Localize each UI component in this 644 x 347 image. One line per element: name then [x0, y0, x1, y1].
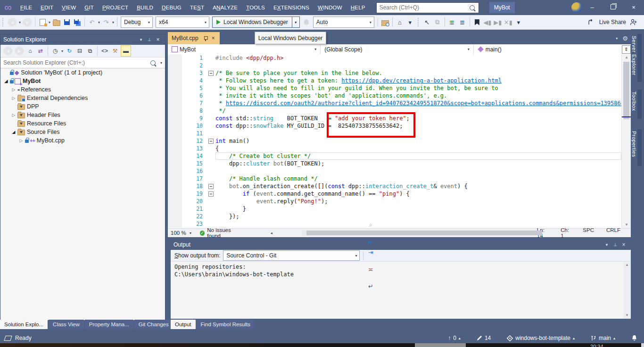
zoom-dropdown[interactable]: 100 %▾ — [169, 229, 192, 237]
solution-explorer-search-input[interactable] — [0, 59, 150, 66]
next-message-icon[interactable]: ⇥ — [366, 247, 375, 257]
collapse-box-icon[interactable] — [208, 191, 214, 197]
menu-debug[interactable]: DEBUG — [157, 5, 186, 10]
navigate-home-icon[interactable]: ⌂ — [395, 17, 405, 27]
split-editor-handle[interactable]: ⇕ — [622, 45, 631, 54]
hot-reload-icon[interactable] — [302, 17, 311, 27]
breakpoint-margin[interactable] — [168, 190, 182, 198]
nav-forward-icon[interactable]: ▸ — [23, 18, 32, 26]
overflow-icon[interactable]: ▾ — [405, 17, 415, 27]
undo-icon-caret[interactable]: ▾ — [97, 20, 101, 25]
forward-icon[interactable]: ▸ — [15, 47, 24, 55]
code-line-18[interactable]: 18 bot.on_interaction_create([](const dp… — [168, 182, 621, 190]
side-tab-toolbox[interactable]: Toolbox — [631, 90, 644, 119]
decrease-indent-icon[interactable]: ≣ — [447, 17, 457, 27]
breakpoint-margin[interactable] — [168, 152, 182, 160]
breakpoint-margin[interactable] — [168, 54, 182, 62]
view-code-icon[interactable]: <> — [100, 46, 109, 56]
code-line-2[interactable]: 2 — [168, 62, 621, 69]
tool-tab-find-symbol-results[interactable]: Find Symbol Results — [197, 320, 255, 329]
breakpoint-margin[interactable] — [168, 107, 182, 115]
unsaved-changes-button[interactable]: 14 — [477, 335, 491, 341]
pending-changes-filter-icon[interactable]: ◷ — [50, 46, 60, 56]
scroll-up-icon[interactable]: ▲ — [622, 54, 631, 61]
expander-icon[interactable]: ▷ — [10, 113, 17, 117]
new-file-icon[interactable] — [38, 17, 47, 27]
menu-window[interactable]: WINDOW — [314, 5, 347, 10]
menu-extensions[interactable]: EXTENSIONS — [269, 5, 314, 10]
preview-selected-icon[interactable]: ⧉ — [85, 46, 95, 56]
user-avatar[interactable] — [571, 2, 582, 13]
column-indicator[interactable]: Ch: 1 — [561, 227, 570, 239]
fold-margin[interactable] — [207, 190, 215, 198]
add-user-icon[interactable] — [630, 19, 637, 25]
breakpoint-margin[interactable] — [168, 130, 182, 137]
overflow-icon[interactable]: ▾ — [514, 17, 523, 27]
code-line-16[interactable]: 16 — [168, 167, 621, 175]
output-log[interactable]: Opening repositories:C:\Users\brain\wind… — [171, 262, 623, 319]
nav-back-icon[interactable]: ◂ — [8, 18, 17, 26]
find-in-files-icon[interactable] — [380, 17, 390, 27]
code-line-13[interactable]: 13{ — [168, 145, 621, 152]
tree-item-mybot[interactable]: ◢MyBot — [0, 77, 165, 85]
breakpoint-margin[interactable] — [168, 62, 182, 69]
space-mode-indicator[interactable]: SPC — [583, 227, 594, 239]
menu-help[interactable]: HELP — [347, 5, 370, 10]
breakpoint-margin[interactable] — [168, 213, 182, 220]
pin-icon[interactable]: ⊥ — [611, 242, 619, 247]
fold-margin[interactable] — [207, 182, 215, 190]
copy-parent-icon[interactable]: ⧉ — [433, 17, 442, 27]
code-line-15[interactable]: 15 dpp::cluster bot(BOT_TOKEN); — [168, 160, 621, 167]
document-tab[interactable]: MyBot.cpp × — [168, 32, 220, 44]
code-line-19[interactable]: 19 if (event.command.get_command_name() … — [168, 190, 621, 198]
new-file-icon-caret[interactable]: ▾ — [48, 20, 51, 25]
back-icon[interactable]: ◂ — [3, 47, 13, 55]
code-link[interactable]: https://discord.com/oauth2/authorize?cli… — [226, 100, 621, 107]
redo-icon-caret[interactable]: ▾ — [111, 20, 115, 25]
menu-test[interactable]: TEST — [186, 5, 208, 10]
breakpoint-margin[interactable] — [168, 92, 182, 99]
code-line-20[interactable]: 20 event.reply("Pong!"); — [168, 198, 621, 205]
next-bookmark-icon[interactable]: ▶▮ — [493, 17, 503, 27]
breakpoint-margin[interactable] — [168, 198, 182, 205]
tree-item-mybot-cpp[interactable]: ▷++MyBot.cpp — [0, 136, 165, 145]
side-tab-properties[interactable]: Properties — [631, 129, 644, 166]
scope-dropdown[interactable]: (Global Scope)▾ — [321, 44, 473, 54]
scroll-left-icon[interactable]: ◂ — [270, 231, 273, 235]
quick-search-input[interactable] — [377, 4, 470, 11]
collapse-box-icon[interactable] — [208, 71, 214, 76]
output-scrollbar[interactable]: ▲ ▼ — [623, 262, 631, 319]
redo-icon[interactable]: ↷ — [101, 17, 111, 27]
notifications-button[interactable] — [631, 335, 637, 341]
tool-tab-solution-explo-[interactable]: Solution Explo... — [0, 320, 48, 329]
expander-icon[interactable]: ▷ — [10, 87, 17, 92]
breakpoint-margin[interactable] — [168, 182, 182, 190]
breakpoint-margin[interactable] — [168, 77, 182, 84]
close-button[interactable]: × — [623, 0, 644, 15]
fold-margin[interactable] — [207, 69, 215, 77]
clear-bookmarks-icon[interactable]: ✕▮ — [504, 17, 513, 27]
breakpoint-margin[interactable] — [168, 220, 182, 228]
code-line-7[interactable]: 7 * https://discord.com/oauth2/authorize… — [168, 99, 621, 107]
output-source-dropdown[interactable]: Source Control - Git▾ — [223, 250, 360, 261]
solution-name-button[interactable]: MyBot — [489, 2, 515, 13]
pin-tab-icon[interactable] — [203, 36, 208, 41]
member-dropdown[interactable]: main()▾ — [474, 44, 631, 54]
debugger-dropdown-caret[interactable]: ▾ — [292, 17, 299, 27]
save-icon[interactable] — [62, 17, 72, 27]
breakpoint-margin[interactable] — [168, 84, 182, 92]
scrollbar-thumb[interactable] — [623, 62, 629, 119]
menu-build[interactable]: BUILD — [132, 5, 157, 10]
platform-dropdown[interactable]: x64▾ — [156, 17, 209, 28]
tree-item-resource-files[interactable]: Resource Files — [0, 119, 165, 128]
side-tab-server-explorer[interactable]: Server Explorer — [631, 34, 644, 82]
collapse-box-icon[interactable] — [208, 139, 214, 144]
push-count-button[interactable]: ↑ 0▴ — [448, 335, 461, 341]
window-position-icon[interactable]: ▾ — [137, 37, 145, 42]
code-line-14[interactable]: 14 /* Create bot cluster */ — [168, 152, 621, 160]
breakpoint-margin[interactable] — [168, 115, 182, 122]
increase-indent-icon[interactable]: ≣ — [458, 17, 467, 27]
code-line-4[interactable]: 4 * Follow steps here to get a token: ht… — [168, 77, 621, 84]
quick-search-box[interactable] — [376, 2, 479, 13]
breakpoint-margin[interactable] — [168, 145, 182, 152]
